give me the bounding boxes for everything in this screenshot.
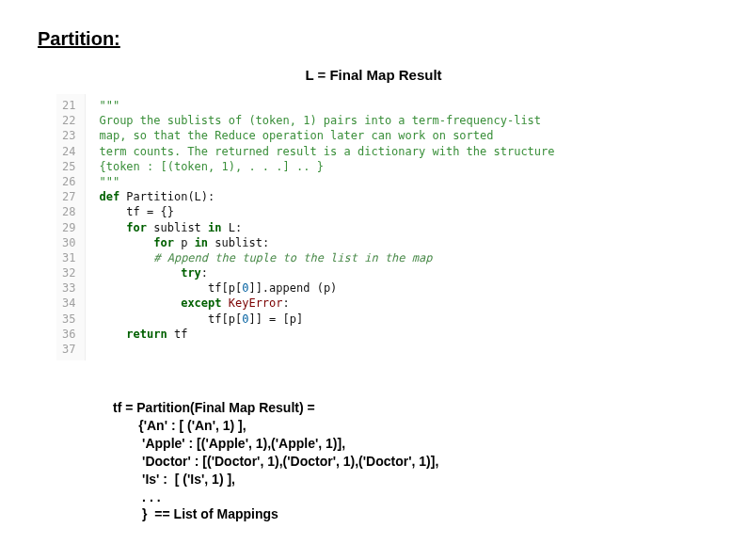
code-line: for sublist in L: [99, 220, 628, 235]
result-block: tf = Partition(Final Map Result) = {'An'… [113, 381, 709, 523]
line-number: 31 [62, 250, 75, 265]
code-line: tf[p[0]] = [p] [99, 312, 628, 327]
line-number: 26 [62, 174, 75, 189]
line-number: 23 [62, 128, 75, 143]
code-line: def Partition(L): [99, 189, 628, 204]
line-number: 33 [62, 280, 75, 296]
code-block: 2122232425262728293031323334353637 """Gr… [56, 94, 634, 360]
result-line: 'Doctor' : [('Doctor', 1),('Doctor', 1),… [113, 454, 438, 469]
code-line: try: [99, 265, 628, 280]
section-heading: Partition: [38, 28, 709, 50]
line-number: 28 [62, 204, 75, 219]
code-gutter: 2122232425262728293031323334353637 [56, 94, 86, 360]
code-line: {token : [(token, 1), . . .] .. } [99, 159, 628, 174]
line-number: 29 [62, 220, 75, 235]
line-number: 36 [62, 327, 75, 342]
code-line: tf = {} [99, 204, 628, 219]
code-line: for p in sublist: [99, 235, 628, 250]
result-line: } == List of Mappings [113, 506, 278, 521]
code-line: # Append the tuple to the list in the ma… [99, 250, 628, 265]
line-number: 32 [62, 265, 75, 280]
result-line: 'Apple' : [('Apple', 1),('Apple', 1)], [113, 436, 345, 451]
line-number: 27 [62, 189, 75, 204]
code-line: return tf [99, 327, 628, 342]
line-number: 35 [62, 312, 75, 327]
code-body: """Group the sublists of (token, 1) pair… [86, 94, 634, 360]
code-line: term counts. The returned result is a di… [99, 144, 628, 159]
code-line: except KeyError: [99, 296, 628, 311]
line-number: 24 [62, 144, 75, 159]
result-line: {'An' : [ ('An', 1) ], [113, 418, 246, 433]
result-line: tf = Partition(Final Map Result) = [113, 400, 315, 415]
code-line: """ [99, 174, 628, 189]
line-number: 30 [62, 235, 75, 250]
line-number: 21 [62, 98, 75, 113]
code-line: map, so that the Reduce operation later … [99, 128, 628, 143]
code-line: tf[p[0]].append (p) [99, 280, 628, 296]
result-line: 'Is' : [ ('Is', 1) ], [113, 472, 235, 487]
line-number: 25 [62, 159, 75, 174]
result-line: . . . [113, 489, 161, 504]
line-number: 37 [62, 342, 75, 357]
section-subtitle: L = Final Map Result [38, 67, 709, 83]
line-number: 34 [62, 296, 75, 311]
code-line: Group the sublists of (token, 1) pairs i… [99, 113, 628, 128]
code-line: """ [99, 98, 628, 113]
line-number: 22 [62, 113, 75, 128]
